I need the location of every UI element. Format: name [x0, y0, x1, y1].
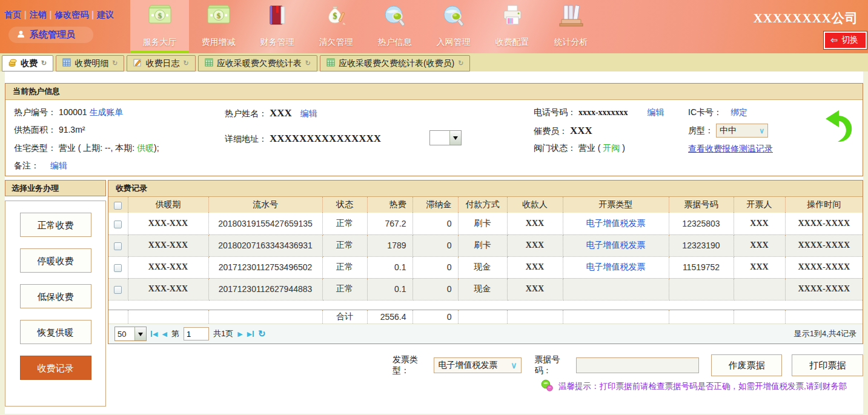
nav-service-hall[interactable]: $ 服务大厅	[130, 0, 189, 53]
search-globe-icon	[382, 4, 408, 31]
hint-text: 温馨提示：打印票据前请检查票据号码是否正确，如需开增值税发票,请到财务部	[558, 381, 847, 392]
ticket-no-label: 票据号码：	[535, 354, 576, 376]
nav-network-access[interactable]: 入网管理	[424, 0, 483, 53]
void-ticket-button[interactable]: 作废票据	[711, 354, 783, 376]
normal-charge-button[interactable]: 正常收费	[20, 213, 91, 237]
collector-label: 催费员：	[534, 126, 568, 136]
records-summary: 显示1到4,共4记录	[794, 328, 856, 339]
table-row[interactable]: XXX-XXX 20180207163343436931 正常 1789 0 刷…	[108, 234, 863, 256]
charge-records-table: 供暖期 流水号 状态 热费 滞纳金 付款方式 收款人 开票类型 票据号码 开票人…	[108, 197, 863, 324]
nav-label: 财务管理	[260, 37, 294, 48]
page-size-value: 50	[115, 327, 134, 340]
nav-fee-adjust[interactable]: $ 费用增减	[189, 0, 248, 53]
nav-finance[interactable]: 财务管理	[248, 0, 306, 53]
col-header: 开票类型	[563, 197, 669, 213]
main-nav: $ 服务大厅 $ 费用增减 财务管理 $ 清欠管理 热户信息 入网管理 收费配置	[130, 0, 600, 53]
col-header: 滞纳金	[412, 197, 458, 213]
tab-shoufei-rizhi[interactable]: 收费日志 ↻	[127, 55, 195, 71]
chevron-down-icon: ∨	[759, 127, 764, 135]
name-edit-link[interactable]: 编辑	[300, 108, 317, 118]
nav-label: 热户信息	[378, 37, 412, 48]
op-time-cell: XXXX-XXXX	[785, 256, 863, 278]
first-page-button[interactable]: ◀	[151, 330, 157, 338]
invoice-type-select[interactable]: 电子增值税发票 ∨	[434, 357, 521, 373]
tab-shoufei-mingxi[interactable]: 收费明细 ↻	[56, 55, 124, 71]
resume-heating-button[interactable]: 恢复供暖	[20, 320, 91, 344]
home-link[interactable]: 首页	[1, 10, 24, 19]
charge-records-button[interactable]: 收费记录	[20, 356, 91, 380]
ic-bind-link[interactable]: 绑定	[731, 107, 747, 117]
residence-suffix: );	[154, 143, 159, 153]
room-type-value: 中中	[720, 125, 737, 136]
col-header: 热费	[367, 197, 412, 213]
tab-qianfei-tongji[interactable]: 应收采暖费欠费统计表 ↻	[198, 55, 317, 71]
tab-refresh-icon[interactable]: ↻	[41, 59, 47, 67]
low-income-charge-button[interactable]: 低保收费	[20, 284, 91, 308]
phone-label: 电话号码：	[534, 107, 576, 117]
address-unit-dropdown[interactable]	[429, 130, 462, 145]
coins-icon	[8, 58, 17, 68]
period-cell: XXX-XXX	[128, 278, 208, 300]
change-password-link[interactable]: 修改密码	[51, 10, 91, 19]
nav-debt-clear[interactable]: $ 清欠管理	[306, 0, 365, 53]
valve-suffix: )	[620, 143, 625, 153]
page-size-select[interactable]: 50	[114, 327, 147, 341]
generate-bill-link[interactable]: 生成账单	[90, 107, 124, 117]
op-time-cell: XXXX-XXXX	[785, 234, 863, 256]
phone-edit-link[interactable]: 编辑	[647, 107, 664, 117]
tab-refresh-icon[interactable]: ↻	[458, 59, 463, 67]
tab-refresh-icon[interactable]: ↻	[112, 59, 118, 67]
dropdown-arrow-icon[interactable]	[134, 327, 146, 340]
row-checkbox[interactable]	[114, 286, 122, 294]
suggest-link[interactable]: 建议	[94, 10, 117, 19]
row-checkbox[interactable]	[114, 242, 122, 250]
tab-shoufei[interactable]: 收费 ↻	[2, 55, 53, 71]
logout-link[interactable]: 注销	[27, 10, 50, 19]
tab-refresh-icon[interactable]: ↻	[305, 59, 311, 67]
ticket-no-input[interactable]	[576, 357, 699, 373]
switch-button[interactable]: ⇦ 切换	[824, 32, 867, 49]
svg-text:$: $	[333, 12, 337, 21]
spacer-row	[108, 300, 863, 310]
page-number-input[interactable]	[184, 327, 209, 340]
next-page-button[interactable]: ▶	[237, 330, 242, 338]
table-row[interactable]: XXX-XXX 20171230112753496502 正常 0.1 0 现金…	[108, 256, 863, 278]
col-header: 状态	[322, 197, 367, 213]
row-checkbox[interactable]	[114, 221, 122, 228]
nav-label: 收费配置	[495, 37, 529, 48]
dropdown-arrow-icon[interactable]	[449, 131, 461, 145]
pay-method-cell: 现金	[458, 278, 507, 300]
row-checkbox[interactable]	[114, 264, 122, 272]
table-row[interactable]: XXX-XXX 20171230112627944883 正常 0.1 0 现金…	[108, 278, 863, 300]
refresh-icon[interactable]: ↻	[258, 328, 266, 339]
select-all-checkbox[interactable]	[114, 202, 122, 210]
room-type-select[interactable]: 中中 ∨	[716, 124, 768, 138]
status-cell: 正常	[322, 234, 367, 256]
chevron-down-icon: ∨	[511, 360, 517, 370]
stop-heating-charge-button[interactable]: 停暖收费	[20, 248, 91, 273]
prev-page-button[interactable]: ◀	[162, 330, 167, 338]
invoice-type-link[interactable]: 电子增值税发票	[586, 218, 646, 228]
residence-status: 供暖	[137, 143, 154, 153]
invoice-type-link[interactable]: 电子增值税发票	[586, 240, 646, 250]
remark-edit-link[interactable]: 编辑	[50, 161, 67, 170]
temp-record-link[interactable]: 查看收费报修测温记录	[688, 144, 773, 153]
valve-status-label: 阀门状态：	[534, 143, 576, 153]
invoice-type-link[interactable]: 电子增值税发票	[586, 262, 646, 271]
nav-household-info[interactable]: 热户信息	[365, 0, 424, 53]
nav-statistics[interactable]: 统计分析	[542, 0, 600, 53]
heating-area-value: 91.3m²	[59, 125, 85, 134]
table-row[interactable]: XXX-XXX 20180319155427659135 正常 767.2 0 …	[108, 213, 863, 234]
pagination-bar: 50 ◀ ◀ 第 共1页 ▶ ▶ ↻ 显示1到4,共4记录	[108, 324, 863, 344]
dropdown-value	[430, 131, 449, 145]
totals-heat-fee: 2556.4	[367, 310, 412, 324]
status-cell: 正常	[322, 256, 367, 278]
last-page-button[interactable]: ▶	[247, 330, 254, 338]
nav-fee-config[interactable]: 收费配置	[483, 0, 542, 53]
residence-type-label: 住宅类型：	[14, 143, 56, 153]
tab-qianfei-tongji-shoufeiyuan[interactable]: 应收采暖费欠费统计表(收费员) ↻	[320, 55, 471, 71]
tab-refresh-icon[interactable]: ↻	[183, 59, 188, 67]
back-arrow-icon[interactable]	[822, 108, 853, 145]
valve-status-value: 营业 (	[578, 143, 603, 153]
print-ticket-button[interactable]: 打印票据	[792, 354, 863, 376]
